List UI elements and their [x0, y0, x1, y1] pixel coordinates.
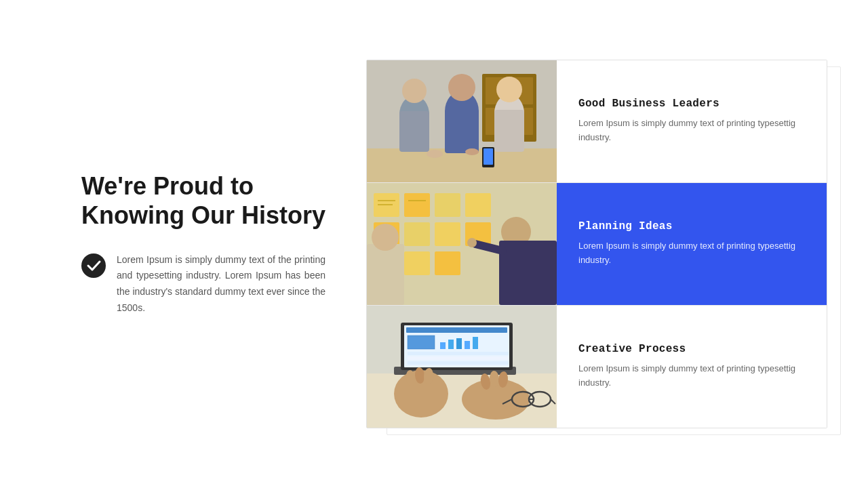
- svg-rect-56: [408, 352, 509, 355]
- svg-point-37: [372, 224, 399, 251]
- card-content-creative: Creative Process Lorem Ipsum is simply d…: [557, 306, 827, 428]
- svg-rect-49: [408, 336, 435, 349]
- svg-rect-53: [456, 338, 462, 349]
- card-desc-good-business: Lorem Ipsum is simply dummy text of prin…: [578, 117, 805, 145]
- svg-rect-58: [408, 361, 509, 365]
- svg-rect-32: [435, 251, 460, 275]
- svg-point-8: [402, 79, 427, 103]
- card-row-planning: Planning Ideas Lorem Ipsum is simply dum…: [367, 183, 827, 306]
- card-content-good-business: Good Business Leaders Lorem Ipsum is sim…: [557, 60, 827, 182]
- svg-rect-51: [440, 342, 446, 349]
- svg-rect-57: [408, 357, 509, 360]
- page-heading: We're Proud to Knowing Our History: [81, 171, 326, 230]
- card-row-creative: Creative Process Lorem Ipsum is simply d…: [367, 306, 827, 428]
- svg-rect-19: [484, 148, 493, 165]
- svg-point-11: [448, 74, 475, 101]
- svg-rect-28: [435, 222, 460, 246]
- card-image-people-meeting: [367, 60, 557, 182]
- svg-rect-25: [465, 193, 491, 217]
- card-row-good-business: Good Business Leaders Lorem Ipsum is sim…: [367, 60, 827, 183]
- svg-rect-24: [435, 193, 460, 217]
- svg-rect-9: [399, 111, 429, 152]
- card-title-good-business: Good Business Leaders: [578, 98, 805, 110]
- svg-point-0: [81, 253, 106, 278]
- card-title-creative: Creative Process: [578, 343, 805, 355]
- card-desc-creative: Lorem Ipsum is simply dummy text of prin…: [578, 362, 805, 390]
- svg-rect-23: [404, 193, 430, 217]
- svg-rect-36: [367, 244, 404, 305]
- svg-point-16: [427, 150, 443, 158]
- card-image-planning: [367, 183, 557, 305]
- svg-rect-48: [406, 327, 507, 333]
- left-panel: We're Proud to Knowing Our History Lorem…: [41, 171, 326, 317]
- svg-point-17: [465, 148, 479, 155]
- check-item: Lorem Ipsum is simply dummy text of the …: [81, 252, 326, 317]
- svg-rect-31: [404, 251, 430, 275]
- svg-point-14: [496, 77, 522, 102]
- svg-point-42: [467, 238, 477, 247]
- card-desc-planning: Lorem Ipsum is simply dummy text of prin…: [578, 239, 805, 268]
- svg-rect-6: [367, 148, 557, 182]
- card-image-laptop: [367, 306, 557, 428]
- svg-rect-54: [465, 341, 470, 349]
- svg-rect-15: [494, 110, 524, 152]
- card-content-planning: Planning Ideas Lorem Ipsum is simply dum…: [557, 183, 827, 305]
- svg-rect-52: [448, 340, 454, 349]
- right-panel: Good Business Leaders Lorem Ipsum is sim…: [366, 60, 827, 428]
- cards-outer-border: Good Business Leaders Lorem Ipsum is sim…: [366, 60, 827, 428]
- svg-rect-27: [404, 222, 430, 246]
- page-wrapper: We're Proud to Knowing Our History Lorem…: [0, 0, 868, 488]
- checkmark-icon: [81, 253, 106, 278]
- card-title-planning: Planning Ideas: [578, 220, 805, 232]
- svg-rect-12: [445, 109, 479, 153]
- svg-rect-55: [473, 337, 478, 349]
- body-text: Lorem Ipsum is simply dummy text of the …: [117, 252, 326, 317]
